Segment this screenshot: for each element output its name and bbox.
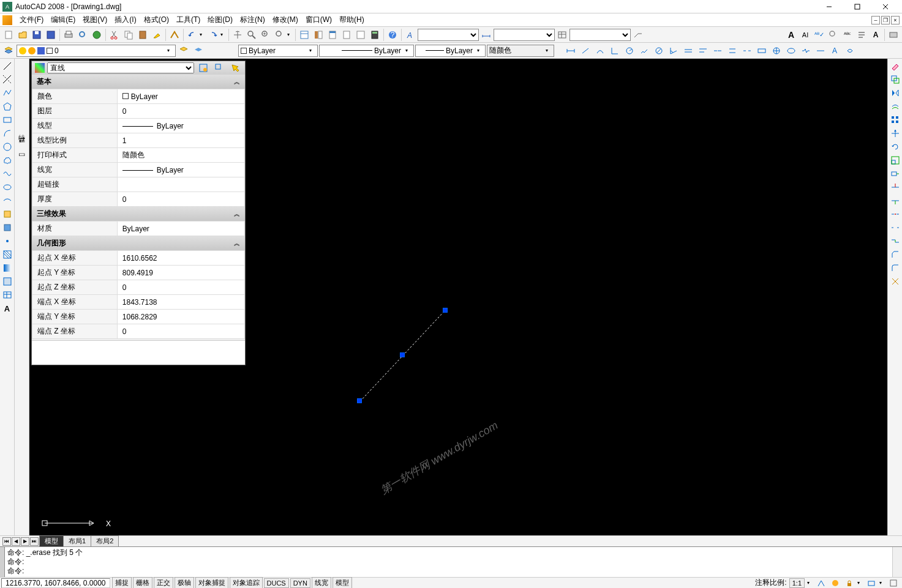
tab-layout1[interactable]: 布局1 <box>63 535 91 547</box>
section-geom[interactable]: 几何图形︽ <box>32 236 245 250</box>
arc-icon[interactable] <box>1 127 13 140</box>
mdi-minimize-button[interactable]: – <box>871 16 880 24</box>
coordinates-readout[interactable]: 1216.3770, 1607.8466, 0.0000 <box>1 578 110 588</box>
grip-mid[interactable] <box>400 352 405 357</box>
table-icon[interactable] <box>1 289 13 301</box>
tab-prev-button[interactable]: ◀ <box>12 537 20 546</box>
property-row[interactable]: 材质ByLayer <box>32 221 245 236</box>
property-value[interactable]: 1 <box>117 133 244 148</box>
saveas-icon[interactable] <box>44 28 58 42</box>
otrack-toggle[interactable]: 对象追踪 <box>230 577 263 588</box>
trim-icon[interactable] <box>889 181 901 193</box>
layer-manager-icon[interactable] <box>2 44 15 58</box>
erase-icon[interactable] <box>889 60 901 72</box>
scale-dropdown[interactable]: ▾ <box>807 580 813 586</box>
preview-icon[interactable] <box>76 28 89 42</box>
cleanscreen-icon[interactable] <box>887 577 900 589</box>
mdi-close-button[interactable]: × <box>891 16 900 24</box>
tab-model[interactable]: 模型 <box>39 535 64 547</box>
section-basic[interactable]: 基本︽ <box>32 75 245 89</box>
dim-baseline-icon[interactable] <box>696 44 710 58</box>
paste-icon[interactable] <box>136 28 149 42</box>
menu-view[interactable]: 视图(V) <box>79 13 111 26</box>
maximize-button[interactable] <box>843 0 871 13</box>
copy-icon[interactable] <box>122 28 135 42</box>
scale-text-icon[interactable]: ᴬᴮᶜ <box>841 28 854 42</box>
dim-linear-icon[interactable] <box>564 44 577 58</box>
menu-insert[interactable]: 插入(I) <box>111 13 140 26</box>
rectangle-icon[interactable] <box>1 114 13 126</box>
dim-jogged-icon[interactable] <box>637 44 651 58</box>
textstyle-combo[interactable] <box>418 29 479 41</box>
polar-toggle[interactable]: 极轴 <box>175 577 194 588</box>
zoom-previous-icon[interactable] <box>273 28 287 42</box>
menu-help[interactable]: 帮助(H) <box>336 13 368 26</box>
tray-dropdown[interactable]: ▾ <box>879 580 885 586</box>
fillet-icon[interactable] <box>889 262 901 274</box>
menu-file[interactable]: 文件(F) <box>16 13 47 26</box>
property-value[interactable]: ByLayer <box>117 119 244 133</box>
jogged-linear-icon[interactable] <box>799 44 813 58</box>
tablestyle-combo[interactable] <box>569 29 631 41</box>
dimstyle-combo[interactable] <box>494 29 555 41</box>
mtext-icon[interactable]: A <box>1 302 13 314</box>
tablestyle-icon[interactable] <box>555 28 569 42</box>
property-row[interactable]: 打印样式随颜色 <box>32 148 245 163</box>
dimupdate-icon[interactable] <box>843 44 857 58</box>
array-icon[interactable] <box>889 114 901 126</box>
help-icon[interactable]: ? <box>386 28 399 42</box>
dim-space-icon[interactable] <box>726 44 739 58</box>
field-icon[interactable] <box>887 28 900 42</box>
property-row[interactable]: 端点 Z 坐标0 <box>32 324 245 339</box>
lineweight-combo[interactable]: ByLayer ▾ <box>415 45 486 57</box>
dimedit-icon[interactable] <box>814 44 827 58</box>
command-text[interactable]: 命令: _.erase 找到 5 个 命令: 命令: <box>5 547 892 577</box>
grip-start[interactable] <box>357 398 362 403</box>
scale-icon[interactable] <box>889 154 901 166</box>
menu-tools[interactable]: 工具(T) <box>173 13 204 26</box>
linetype-combo[interactable]: ByLayer ▾ <box>319 45 414 57</box>
text-a-icon[interactable]: A <box>784 28 798 42</box>
find-icon[interactable] <box>827 28 840 42</box>
sheet-set-icon[interactable] <box>340 28 353 42</box>
property-row[interactable]: 起点 X 坐标1610.6562 <box>32 251 245 266</box>
tab-layout2[interactable]: 布局2 <box>91 535 119 547</box>
dyn-toggle[interactable]: DYN <box>290 578 310 588</box>
selectobj-icon[interactable] <box>228 61 242 75</box>
circle-icon[interactable] <box>1 141 13 153</box>
menu-modify[interactable]: 修改(M) <box>269 13 302 26</box>
tolerance-icon[interactable] <box>755 44 769 58</box>
property-value[interactable]: 1610.6562 <box>117 251 244 266</box>
object-type-combo[interactable]: 直线 <box>47 62 194 73</box>
close-button[interactable] <box>871 0 900 13</box>
dim-arc-icon[interactable] <box>593 44 607 58</box>
save-icon[interactable] <box>30 28 43 42</box>
revcloud-icon[interactable] <box>1 154 13 166</box>
redo-icon[interactable] <box>206 28 220 42</box>
property-row[interactable]: 起点 Z 坐标0 <box>32 280 245 295</box>
mirror-icon[interactable] <box>889 87 901 99</box>
property-value[interactable] <box>117 177 244 192</box>
minimize-button[interactable] <box>815 0 843 13</box>
property-row[interactable]: 线型ByLayer <box>32 119 245 133</box>
toolpalette-icon[interactable] <box>326 28 339 42</box>
chamfer-icon[interactable] <box>889 248 901 261</box>
plot-icon[interactable] <box>62 28 75 42</box>
convert-icon[interactable]: A <box>869 28 882 42</box>
inspect-icon[interactable] <box>784 44 798 58</box>
property-row[interactable]: 线型比例1 <box>32 133 245 148</box>
tab-next-button[interactable]: ▶ <box>21 537 29 546</box>
ducs-toggle[interactable]: DUCS <box>264 578 289 588</box>
layer-combo[interactable]: 0 ▾ <box>17 45 176 57</box>
lock-ui-icon[interactable] <box>843 577 855 589</box>
property-row[interactable]: 超链接 <box>32 177 245 192</box>
property-row[interactable]: 颜色ByLayer <box>32 89 245 104</box>
property-value[interactable]: 0 <box>117 280 244 295</box>
osnap-toggle[interactable]: 对象捕捉 <box>195 577 228 588</box>
dim-quick-icon[interactable] <box>682 44 695 58</box>
ellipse-icon[interactable] <box>1 181 13 193</box>
designcenter-icon[interactable] <box>312 28 325 42</box>
property-row[interactable]: 端点 Y 坐标1068.2829 <box>32 310 245 324</box>
block-editor-icon[interactable] <box>168 28 181 42</box>
ellipse-arc-icon[interactable] <box>1 195 13 207</box>
